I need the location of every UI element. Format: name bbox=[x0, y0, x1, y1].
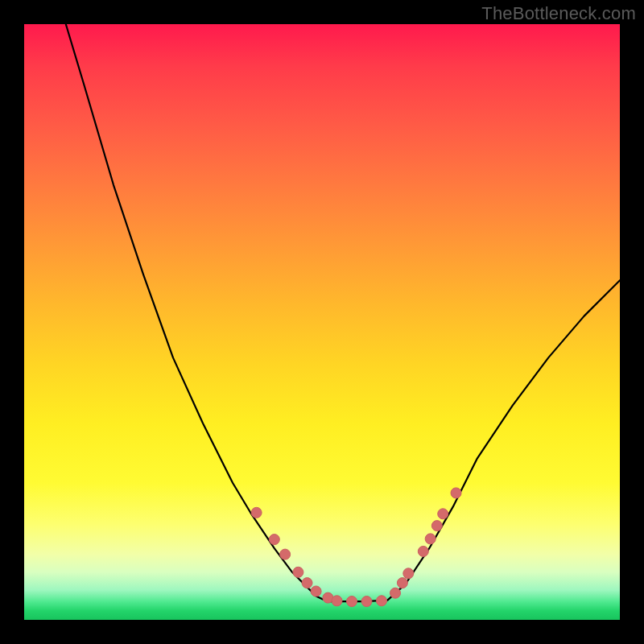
curve-marker bbox=[377, 596, 387, 606]
curve-marker bbox=[311, 586, 321, 597]
curve-marker bbox=[302, 578, 312, 588]
curve-marker bbox=[418, 546, 428, 556]
curve-layer bbox=[24, 24, 620, 620]
curve-marker bbox=[438, 509, 448, 519]
curve-marker bbox=[332, 596, 342, 606]
curve-marker bbox=[403, 568, 414, 579]
curve-marker bbox=[293, 567, 303, 577]
curve-marker bbox=[390, 588, 401, 598]
attribution-label: TheBottleneck.com bbox=[481, 3, 636, 24]
curve-marker bbox=[425, 534, 436, 544]
curve-marker bbox=[431, 521, 442, 531]
curve-marker bbox=[280, 549, 291, 559]
chart-stage: TheBottleneck.com bbox=[0, 0, 644, 644]
curve-marker bbox=[361, 597, 372, 607]
bottleneck-curve bbox=[66, 24, 620, 601]
curve-marker bbox=[269, 535, 279, 545]
curve-marker bbox=[451, 488, 461, 498]
curve-marker bbox=[347, 597, 357, 607]
curve-marker bbox=[251, 507, 262, 518]
curve-marker bbox=[397, 578, 407, 588]
